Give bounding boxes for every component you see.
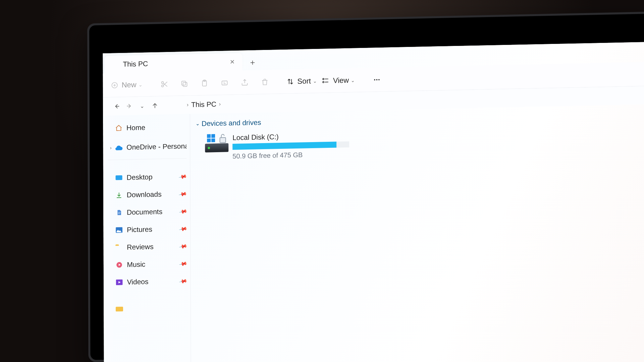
svg-point-12 [378,79,380,80]
trash-icon [261,78,269,86]
download-icon [115,191,123,200]
pin-icon[interactable]: 📌 [178,206,188,216]
pin-icon[interactable]: 📌 [178,241,188,251]
svg-rect-4 [182,81,186,85]
sidebar-item-label: OneDrive - Persona [126,142,186,152]
arrow-right-icon [126,103,133,109]
clipboard-icon [201,79,209,87]
svg-rect-9 [323,81,324,83]
pin-icon[interactable]: 📌 [178,189,188,198]
explorer-window: This PC ✕ ＋ New ⌄ [103,41,644,362]
videos-icon [115,278,124,287]
chevron-right-icon[interactable]: › [107,145,114,150]
sidebar-item-label: Desktop [127,172,179,181]
copy-button [177,76,192,92]
sidebar-item-label: Downloads [127,190,179,199]
sidebar-item-documents[interactable]: Documents 📌 [106,202,189,222]
svg-rect-7 [222,81,227,85]
chevron-down-icon: ⌄ [194,121,202,127]
new-tab-button[interactable]: ＋ [244,54,262,70]
sidebar-item-label: Pictures [127,225,179,234]
svg-point-10 [374,79,375,80]
drive-icon [205,134,228,152]
this-pc-icon [111,61,118,67]
document-icon [115,208,123,217]
sidebar-item-pictures[interactable]: Pictures 📌 [106,220,189,239]
pin-icon[interactable]: 📌 [178,276,188,286]
nav-sidebar: Home › OneDrive - Persona Desktop [103,114,191,362]
chevron-right-icon: › [219,101,221,107]
new-button[interactable]: New ⌄ [111,77,143,93]
svg-rect-16 [220,137,226,142]
storage-bar-fill [232,142,336,150]
pictures-icon [115,226,123,235]
sidebar-item-videos[interactable]: Videos 📌 [106,272,189,291]
sidebar-item-label: Home [126,123,186,132]
breadcrumb-current[interactable]: This PC [191,100,216,109]
sidebar-item-onedrive[interactable]: › OneDrive - Persona [106,137,189,157]
drive-name: Local Disk (C:) [232,131,349,142]
pin-icon[interactable]: 📌 [178,224,188,233]
sort-icon [286,78,294,85]
more-icon [372,76,381,83]
pin-icon[interactable]: 📌 [178,172,188,181]
storage-bar [232,141,349,150]
paste-button [197,75,212,91]
view-button[interactable]: View ⌄ [322,72,355,88]
drive-local-disk-c[interactable]: Local Disk (C:) 50.9 GB free of 475 GB [205,131,349,161]
sidebar-item-label: Music [127,259,179,268]
forward-button[interactable] [123,100,136,113]
drive-free-text: 50.9 GB free of 475 GB [232,150,349,160]
sidebar-item-label: Documents [127,207,179,216]
back-button[interactable] [110,100,123,113]
more-button[interactable] [369,72,384,87]
folder-icon [115,243,123,252]
tab-title: This PC [123,58,227,68]
arrow-up-icon [152,102,158,109]
this-pc-icon [173,102,179,108]
sidebar-item-label: Reviews [127,242,179,251]
svg-point-2 [162,81,164,83]
chevron-down-icon: ⌄ [313,78,317,83]
chevron-down-icon: ⌄ [351,77,355,83]
svg-rect-3 [183,82,187,86]
pin-icon[interactable]: 📌 [178,259,188,268]
delete-button [257,74,272,90]
svg-rect-8 [323,78,324,79]
chevron-down-icon: ⌄ [139,82,143,87]
breadcrumb[interactable]: › This PC › [167,97,229,112]
sidebar-item-music[interactable]: Music 📌 [106,255,189,274]
chevron-right-icon: › [187,102,189,108]
copy-icon [180,79,189,88]
scissors-icon [160,80,168,88]
svg-point-1 [162,85,164,87]
cut-button [157,76,172,92]
group-header-label: Devices and drives [202,118,261,128]
rename-button [217,75,232,90]
recent-locations-button[interactable]: ⌄ [136,99,149,112]
arrow-left-icon [113,103,120,110]
desktop-icon [115,173,123,182]
close-tab-button[interactable]: ✕ [227,56,237,68]
sidebar-item-reviews[interactable]: Reviews 📌 [106,237,189,256]
sort-button[interactable]: Sort ⌄ [286,73,317,89]
share-button [237,74,252,90]
cloud-icon [114,143,123,152]
tab-this-pc[interactable]: This PC ✕ [105,53,242,73]
view-icon [322,77,330,84]
lock-open-icon [218,133,227,143]
svg-point-11 [376,79,377,80]
rename-icon [221,79,229,87]
music-icon [115,260,123,269]
up-button[interactable] [149,99,161,112]
share-icon [241,78,249,86]
home-icon [114,124,123,133]
sidebar-item-desktop[interactable]: Desktop 📌 [106,168,189,187]
chevron-down-icon: ⌄ [140,103,144,109]
content-pane: ⌄ Devices and drives Local Disk (C: [190,102,644,362]
sidebar-item-downloads[interactable]: Downloads 📌 [106,185,189,204]
sidebar-item-home[interactable]: Home [106,118,189,137]
sidebar-item-label: Videos [127,277,180,286]
